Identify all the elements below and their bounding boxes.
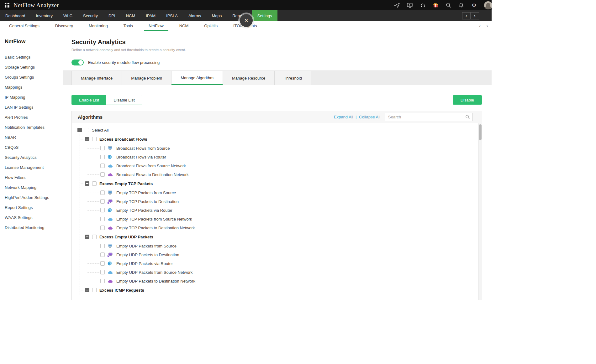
search-wrap — [385, 113, 472, 121]
sidebar-item-nbar[interactable]: NBAR — [5, 135, 63, 140]
group-checkbox[interactable] — [92, 235, 97, 239]
algorithm-checkbox[interactable] — [100, 155, 105, 159]
nav-item-maps[interactable]: Maps — [206, 10, 227, 21]
sidebar-item-security-analytics[interactable]: Security Analytics — [5, 155, 63, 160]
sidebar-item-lan-ip-settings[interactable]: LAN IP Settings — [5, 105, 63, 110]
nav-item-inventory[interactable]: Inventory — [31, 10, 58, 21]
subnav-item-ncm[interactable]: NCM — [171, 21, 197, 31]
gift-icon[interactable] — [433, 3, 438, 8]
panel-title: Algorithms — [78, 114, 103, 120]
sidebar-item-license-management[interactable]: License Management — [5, 165, 63, 170]
tab-manage-interface[interactable]: Manage Interface — [71, 71, 122, 85]
search-icon[interactable] — [446, 3, 451, 8]
algorithm-checkbox[interactable] — [100, 217, 105, 221]
apps-grid-icon[interactable] — [5, 3, 9, 8]
bell-icon[interactable] — [458, 3, 464, 8]
subnav-item-tools[interactable]: Tools — [116, 21, 141, 31]
nav-item-ncm[interactable]: NCM — [121, 10, 141, 21]
sidebar-item-mappings[interactable]: Mappings — [5, 85, 63, 90]
sidebar-item-alert-profiles[interactable]: Alert Profiles — [5, 115, 63, 120]
send-icon[interactable] — [394, 3, 400, 8]
algorithm-row-broadcast-flows-from-source-network: Broadcast Flows from Source Network — [87, 161, 482, 170]
disable-button[interactable]: Disable — [453, 95, 482, 105]
sidebar-item-report-settings[interactable]: Report Settings — [5, 205, 63, 210]
select-all-collapse-toggle[interactable] — [77, 128, 82, 132]
tree-scrollbar[interactable] — [478, 123, 482, 300]
subnav-item-discovery[interactable]: Discovery — [47, 21, 81, 31]
tab-manage-problem[interactable]: Manage Problem — [122, 71, 171, 85]
algorithm-checkbox[interactable] — [100, 252, 105, 257]
enable-list-button[interactable]: Enable List — [72, 95, 106, 105]
subnav-item-monitoring[interactable]: Monitoring — [81, 21, 116, 31]
group-checkbox[interactable] — [92, 288, 97, 292]
sidebar-item-basic-settings[interactable]: Basic Settings — [5, 55, 63, 60]
algorithm-group-excess-empty-udp-packets: Excess Empty UDP PacketsEmpty UDP Packet… — [80, 232, 482, 285]
subnav-forward-icon[interactable]: › — [483, 23, 491, 29]
disable-list-button[interactable]: Disable List — [106, 95, 142, 105]
gear-icon[interactable]: ⚙ — [471, 3, 477, 8]
algorithm-checkbox[interactable] — [100, 199, 105, 204]
tree-scrollbar-thumb[interactable] — [479, 124, 482, 140]
sidebar-item-network-mapping[interactable]: Network Mapping — [5, 185, 63, 190]
screen-share-icon[interactable] — [407, 3, 413, 8]
algorithm-checkbox[interactable] — [100, 279, 105, 283]
main-content: Security Analytics Define a network anom… — [63, 31, 492, 300]
sidebar-item-notification-templates[interactable]: Notification Templates — [5, 125, 63, 130]
subnav-item-general-settings[interactable]: General Settings — [1, 21, 47, 31]
user-avatar[interactable] — [484, 1, 492, 9]
nav-item-security[interactable]: Security — [78, 10, 103, 21]
nav-item-dpi[interactable]: DPI — [103, 10, 121, 21]
subnav-item-netflow[interactable]: NetFlow — [141, 21, 171, 31]
app-window: NetFlow Analyzer ⚙ Dashbo — [0, 0, 492, 300]
algorithm-row-empty-tcp-packets-from-source: Empty TCP Packets from Source — [87, 188, 482, 197]
group-children: Empty UDP Packets from SourceEmpty UDP P… — [87, 242, 482, 285]
group-collapse-toggle[interactable] — [85, 137, 89, 141]
algorithm-checkbox[interactable] — [100, 190, 105, 195]
nav-forward-icon[interactable]: › — [471, 12, 479, 19]
group-checkbox[interactable] — [92, 137, 97, 141]
collapse-all-link[interactable]: Collapse All — [359, 115, 380, 119]
nav-item-settings[interactable]: Settings — [252, 10, 277, 21]
algorithm-checkbox[interactable] — [100, 172, 105, 177]
sidebar-item-flow-filters[interactable]: Flow Filters — [5, 175, 63, 180]
sidebar-item-highperf-addon-settings[interactable]: HighPerf Addon Settings — [5, 195, 63, 200]
algorithm-checkbox[interactable] — [100, 146, 105, 150]
nav-item-ipam[interactable]: IPAM — [140, 10, 161, 21]
sidebar-item-cbqos[interactable]: CBQoS — [5, 145, 63, 150]
algorithm-checkbox[interactable] — [100, 261, 105, 266]
group-collapse-toggle[interactable] — [85, 181, 89, 186]
sidebar-item-ip-mapping[interactable]: IP Mapping — [5, 95, 63, 100]
group-collapse-toggle[interactable] — [85, 288, 89, 292]
algorithm-checkbox[interactable] — [100, 164, 105, 168]
nav-item-dashboard[interactable]: Dashboard — [0, 10, 31, 21]
tab-manage-algorithm[interactable]: Manage Algorithm — [171, 71, 223, 85]
subnav-item-oputils[interactable]: OpUtils — [196, 21, 225, 31]
algorithm-checkbox[interactable] — [100, 244, 105, 248]
host-destination-icon — [108, 252, 113, 257]
nav-item-ipsla[interactable]: IPSLA — [161, 10, 183, 21]
nav-back-icon[interactable]: ‹ — [462, 12, 471, 19]
group-checkbox[interactable] — [92, 181, 97, 186]
sidebar-item-storage-settings[interactable]: Storage Settings — [5, 65, 63, 70]
expand-all-link[interactable]: Expand All — [334, 115, 353, 119]
headset-icon[interactable] — [420, 3, 425, 8]
algorithms-search-input[interactable] — [385, 113, 472, 121]
close-settings-button[interactable]: ✕ — [240, 14, 253, 27]
sidebar-item-groups-settings[interactable]: Groups Settings — [5, 75, 63, 80]
tab-threshold[interactable]: Threshold — [275, 71, 311, 85]
nav-item-wlc[interactable]: WLC — [58, 10, 78, 21]
subnav-back-icon[interactable]: ‹ — [476, 23, 484, 29]
sidebar-item-waas-settings[interactable]: WAAS Settings — [5, 215, 63, 220]
nav-item-alarms[interactable]: Alarms — [183, 10, 206, 21]
sub-nav-arrows: ‹ › — [476, 21, 492, 31]
tab-manage-resource[interactable]: Manage Resource — [223, 71, 275, 85]
security-module-toggle[interactable] — [71, 60, 84, 65]
algorithm-checkbox[interactable] — [100, 226, 105, 230]
algorithm-checkbox[interactable] — [100, 270, 105, 274]
algorithm-checkbox[interactable] — [100, 208, 105, 212]
algorithm-row-empty-tcp-packets-to-destination: Empty TCP Packets to Destination — [87, 197, 482, 206]
select-all-checkbox[interactable] — [85, 128, 89, 132]
sidebar-items: Basic SettingsStorage SettingsGroups Set… — [5, 55, 63, 230]
sidebar-item-distributed-monitoring[interactable]: Distributed Monitoring — [5, 225, 63, 230]
group-collapse-toggle[interactable] — [85, 235, 89, 239]
